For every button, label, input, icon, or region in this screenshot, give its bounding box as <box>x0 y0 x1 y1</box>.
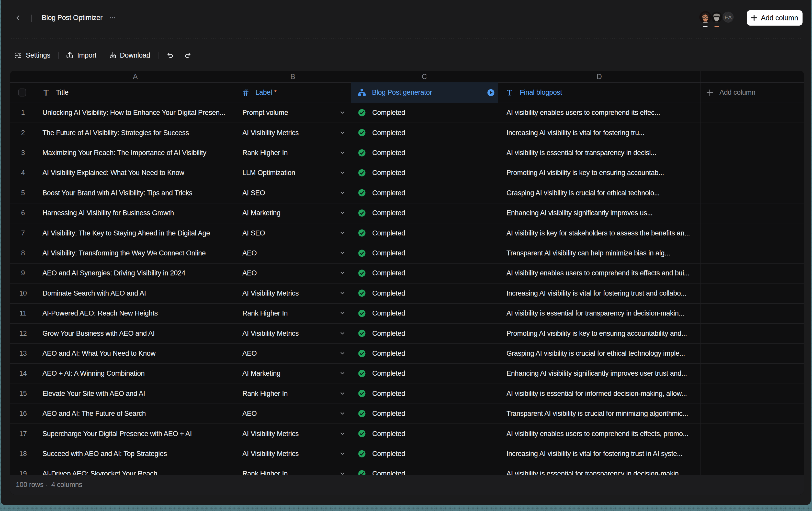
svg-text:EA: EA <box>725 14 732 20</box>
